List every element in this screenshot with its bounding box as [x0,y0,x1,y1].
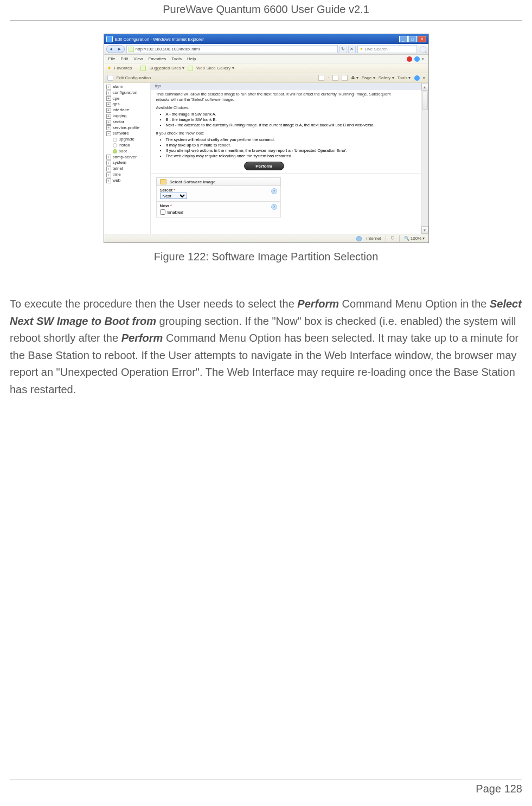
help-icon[interactable]: ? [271,204,277,210]
tree-item-software[interactable]: −software [106,131,150,137]
address-input[interactable]: http://192.168.200.103/index.html [126,45,338,53]
protected-mode-icon: ⛉ [390,236,395,241]
page-header-title: PureWave Quantum 6600 User Guide v2.1 [10,0,522,20]
back-forward-buttons[interactable]: ◄ ► [106,45,125,53]
status-bar: Internet ⛉ 🔍 100% ▾ [104,234,428,242]
print-dropdown[interactable]: 🖶 ▾ [351,75,358,80]
feeds-button[interactable] [332,75,338,81]
tab-bar: Edit Configuration · 🖶 ▾ Page ▾ Safety ▾… [104,73,428,83]
window-title: Edit Configuration - Windows Internet Ex… [115,37,204,42]
tree-item-snmp-server[interactable]: +snmp-server [106,155,150,161]
tree-item-service-profile[interactable]: +service-profile [106,125,150,131]
enabled-checkbox[interactable] [160,209,165,215]
toolbar-help-icon[interactable] [414,75,420,81]
scroll-down-button[interactable]: ▼ [421,226,428,234]
page-footer: Page 128 [10,779,522,795]
toolbar-safety[interactable]: Safety ▾ [379,75,394,80]
search-button[interactable] [420,46,426,53]
toolbar-page[interactable]: Page ▾ [362,75,375,80]
minimize-button[interactable]: _ [399,36,408,42]
address-bar-row: ◄ ► http://192.168.200.103/index.html ↻ … [104,44,428,55]
list-item: The web display may require reloading on… [166,153,405,159]
window-titlebar: Edit Configuration - Windows Internet Ex… [104,34,428,44]
favorites-label[interactable]: Favorites [114,66,132,71]
status-separator [386,235,386,242]
tree-item-boot[interactable]: boot [113,149,150,155]
tree-item-web[interactable]: +web [106,178,150,184]
available-choices-list: A - the image in SW bank A. B - the imag… [156,112,405,127]
page-icon [129,47,134,52]
tree-item-alarm[interactable]: +alarm [106,84,150,90]
scroll-thumb[interactable] [422,92,428,110]
now-box-list: The system will reboot shortly after you… [156,137,405,158]
stop-button[interactable]: ✕ [348,46,356,53]
search-provider-icon: ✦ [360,47,363,52]
toolbar-sep: · [328,75,329,80]
back-icon: ◄ [109,47,113,52]
select-dropdown[interactable]: Next [160,193,187,199]
tree-item-system[interactable]: +system [106,160,150,166]
list-item: If you attempt web actions in the meanti… [166,148,405,153]
header-divider [10,20,522,21]
menu-help[interactable]: Help [187,56,196,61]
tree-item-telnet[interactable]: +telnet [106,166,150,172]
enabled-label: Enabled [168,210,183,215]
tree-item-configuration[interactable]: +configuration [106,90,150,96]
forward-icon: ► [118,47,122,52]
scroll-up-button[interactable]: ▲ [421,83,428,91]
close-button[interactable]: ✕ [418,36,426,42]
menu-tools[interactable]: Tools [171,56,182,61]
tree-item-upgrade[interactable]: upgrade [113,137,150,143]
select-image-header[interactable]: Select Software Image [156,177,281,186]
address-text: http://192.168.200.103/index.html [136,47,200,52]
menu-favorites[interactable]: Favorites [148,56,166,61]
tab-page-icon [107,75,113,81]
stop-icon[interactable] [407,56,412,62]
tab-label[interactable]: Edit Configuration [117,75,151,80]
tree-item-sector[interactable]: +sector [106,119,150,125]
select-image-label: Select Software Image [170,180,216,184]
tree-item-gps[interactable]: +gps [106,101,150,107]
embedded-screenshot: Edit Configuration - Windows Internet Ex… [104,34,429,243]
toolbar-help-arrow[interactable]: ▾ [423,76,425,80]
tree-item-interface[interactable]: +interface [106,107,150,113]
help-about-icon[interactable] [414,56,420,62]
favorites-star-icon[interactable]: ★ [107,66,111,71]
tree-item-logging[interactable]: +logging [106,113,150,119]
home-button[interactable] [318,75,324,81]
menu-edit[interactable]: Edit [120,56,128,61]
list-item: B - the image in SW bank B. [166,117,405,123]
refresh-button[interactable]: ↻ [339,46,347,53]
toolbar-tools[interactable]: Tools ▾ [398,75,411,80]
list-item: Next - the alternate to the currently Ru… [166,123,405,128]
menu-view[interactable]: View [133,56,143,61]
tree-item-install[interactable]: install [113,143,150,149]
list-item: It may take up to a minute to reboot. [166,143,405,148]
web-slice-link[interactable]: Web Slice Gallery ▾ [196,66,234,71]
perform-button[interactable]: Perform [244,162,284,170]
zoom-dropdown[interactable]: 🔍 100% ▾ [404,236,425,241]
footer-divider [10,779,522,779]
favorites-bar: ★ Favorites Suggested Sites ▾ Web Slice … [104,63,428,73]
vertical-scrollbar[interactable]: ▲ ▼ [421,83,428,234]
menu-file[interactable]: File [108,56,116,61]
status-internet: Internet [366,236,381,241]
section-divider [151,174,421,174]
search-input[interactable]: ✦ Live Search [357,45,417,53]
select-label: Select * [160,188,176,193]
mail-button[interactable] [342,75,348,81]
tree-item-time[interactable]: +time [106,172,150,178]
address-actions: ↻ ✕ [339,46,356,53]
dropdown-arrow-icon[interactable]: ▾ [422,57,424,61]
list-item: The system will reboot shortly after you… [166,137,405,143]
menu-bar: File Edit View Favorites Tools Help ▾ [104,55,428,63]
suggested-sites-link[interactable]: Suggested Sites ▾ [149,66,184,71]
suggested-sites-icon [140,66,146,71]
figure-caption: Figure 122: Software Image Partition Sel… [10,251,522,263]
list-item: A - the image in SW bank A. [166,112,405,117]
help-icon[interactable]: ? [271,188,277,194]
maximize-button[interactable]: □ [408,36,417,42]
intro-text: This command will allow the selected ima… [156,92,405,103]
tree-item-cpe[interactable]: +cpe [106,96,150,102]
available-choices-label: Available Choices: [156,105,405,111]
